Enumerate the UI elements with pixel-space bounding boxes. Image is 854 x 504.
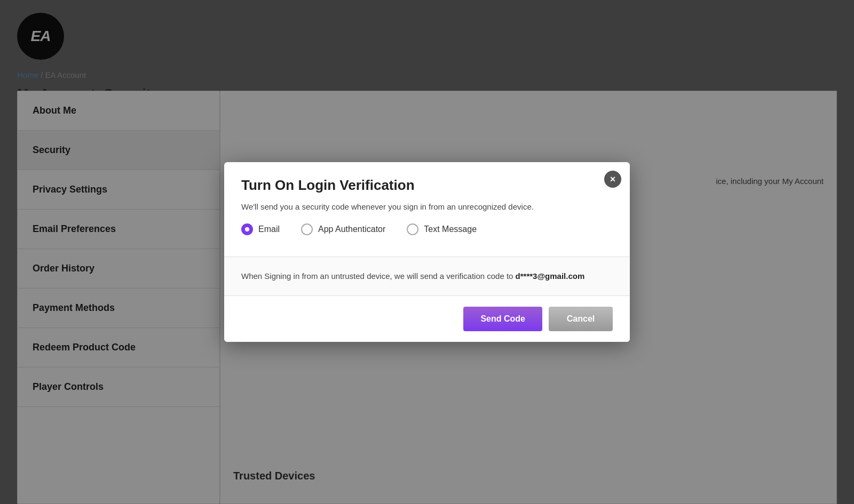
radio-email-circle — [241, 223, 253, 235]
radio-option-app-authenticator[interactable]: App Authenticator — [301, 223, 385, 235]
modal-title: Turn On Login Verification — [241, 177, 613, 194]
modal-header: Turn On Login Verification We'll send yo… — [224, 162, 630, 257]
verification-method-radio-group: Email App Authenticator Text Message — [241, 223, 613, 246]
modal-close-button[interactable]: × — [604, 171, 621, 188]
cancel-button[interactable]: Cancel — [549, 307, 613, 331]
login-verification-modal: × Turn On Login Verification We'll send … — [224, 162, 630, 342]
radio-app-authenticator-circle — [301, 223, 313, 235]
radio-text-message-label: Text Message — [424, 225, 477, 234]
modal-footer: Send Code Cancel — [224, 296, 630, 342]
radio-option-text-message[interactable]: Text Message — [407, 223, 477, 235]
modal-description: We'll send you a security code whenever … — [241, 201, 613, 213]
radio-email-label: Email — [258, 225, 280, 234]
radio-option-email[interactable]: Email — [241, 223, 280, 235]
masked-email: d****3@gmail.com — [516, 271, 585, 281]
send-code-button[interactable]: Send Code — [463, 307, 542, 331]
verification-text-prefix: When Signing in from an untrusted device… — [241, 271, 516, 281]
radio-text-message-circle — [407, 223, 418, 235]
modal-overlay: × Turn On Login Verification We'll send … — [0, 0, 854, 504]
radio-app-authenticator-label: App Authenticator — [318, 225, 385, 234]
modal-verification-section: When Signing in from an untrusted device… — [224, 257, 630, 296]
verification-info-text: When Signing in from an untrusted device… — [241, 270, 613, 283]
